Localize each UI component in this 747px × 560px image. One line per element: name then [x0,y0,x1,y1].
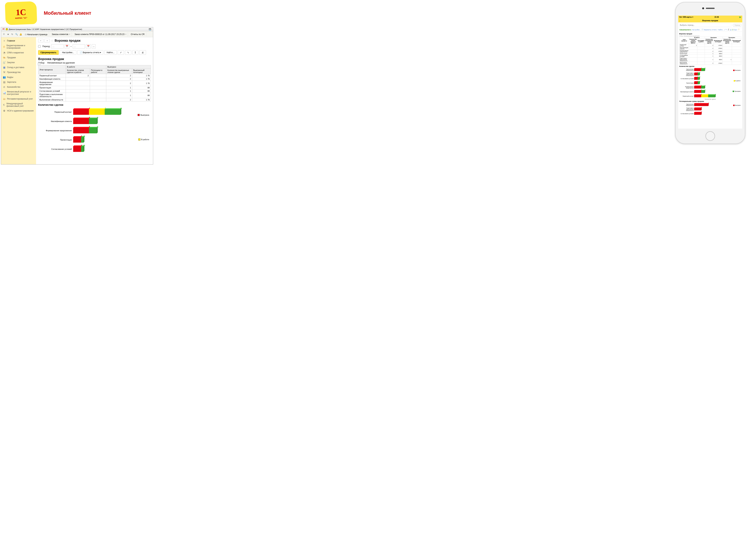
phone-camera [702,7,704,9]
phone-status-bar: Нет SIM-карты ᯤ 15:46 ▮▸ [678,16,742,19]
logo-text: 1С [16,7,26,17]
phone-title-bar: ‹ Воронка продаж [678,19,742,22]
logo: 1С ФИРМА "1С" [5,1,37,25]
battery-icon: ▮▸ [739,16,741,18]
status-time: 15:46 [715,16,719,18]
logo-subtext: ФИРМА "1С" [15,17,27,19]
phone-period-row: › Период [678,22,742,26]
phone-period-button[interactable]: Период [733,24,741,26]
slide-title: Мобильный клиент [44,10,91,16]
phone-speaker [706,8,715,9]
phone-period-input[interactable] [679,23,731,26]
phone-screen: Нет SIM-карты ᯤ 15:46 ▮▸ ‹ Воронка прода… [678,16,742,26]
phone-device: Нет SIM-карты ᯤ 15:46 ▮▸ ‹ Воронка прода… [675,2,745,26]
slide-header: 1С ФИРМА "1С" Мобильный клиент [0,0,747,26]
sim-status: Нет SIM-карты ᯤ [679,16,694,18]
chevron-right-icon[interactable]: › [732,24,732,26]
wifi-icon: ᯤ [692,16,694,18]
back-icon[interactable]: ‹ [679,20,680,22]
